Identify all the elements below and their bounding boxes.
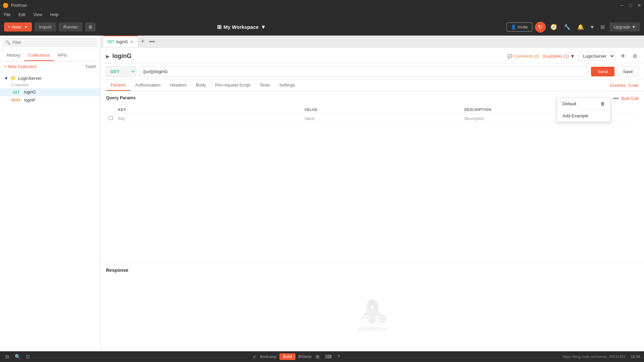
tab-authorization[interactable]: Authorization: [130, 80, 165, 91]
status-search-button[interactable]: 🔍: [13, 353, 22, 360]
url-display: https://blog.csdn.net/weixin_43532423: [562, 355, 625, 359]
layout-button[interactable]: ⊞: [85, 22, 96, 32]
status-grid-button[interactable]: ⊞: [314, 353, 321, 360]
request-header: ▶ loginG 💬 Comments (0) Examples (1) ▼: [101, 48, 644, 64]
layout-toggle-button[interactable]: ⊞: [598, 22, 607, 32]
tab-close-button[interactable]: ✕: [130, 39, 134, 45]
status-layout-button[interactable]: ⊟: [4, 353, 11, 360]
menu-edit[interactable]: Edit: [17, 12, 27, 18]
col-checkbox: [106, 106, 115, 114]
runner-button[interactable]: Runner: [59, 22, 83, 32]
rocket-svg: [345, 290, 399, 334]
code-button[interactable]: Code: [628, 83, 639, 88]
comments-label: Comments (0): [514, 54, 539, 59]
method-selector[interactable]: GET POST PUT DELETE: [106, 66, 136, 77]
upgrade-dropdown-icon: ▼: [632, 24, 636, 29]
active-tab[interactable]: GET loginG ✕: [103, 36, 138, 48]
sidebar-tab-apis[interactable]: APIs: [54, 50, 71, 61]
sidebar-tab-collections[interactable]: Collections: [24, 50, 54, 61]
examples-button[interactable]: Examples (1) ▼: [543, 54, 575, 59]
request-expand-arrow[interactable]: ▶: [106, 54, 110, 59]
examples-area: Examples (1) ▼: [543, 54, 575, 59]
url-bar: GET POST PUT DELETE Send Save: [101, 64, 644, 80]
tab-more-button[interactable]: •••: [147, 39, 157, 45]
status-help-button[interactable]: ?: [336, 353, 341, 360]
menu-help[interactable]: Help: [49, 12, 60, 18]
save-button[interactable]: Save: [617, 66, 639, 77]
dropdown-item-add-example[interactable]: Add Example: [557, 110, 610, 122]
examples-label: Examples (1): [543, 54, 569, 59]
invite-button[interactable]: 👤 Invite: [506, 22, 532, 32]
time-display: 19:34: [631, 355, 640, 359]
sidebar-tab-history[interactable]: History: [3, 50, 24, 61]
bootcamp-label: Bootcamp: [260, 355, 277, 359]
new-collection-button[interactable]: + New Collection: [4, 64, 37, 69]
sync-button[interactable]: ↻: [535, 22, 546, 33]
bulk-edit-button[interactable]: Bulk Edit: [622, 96, 639, 101]
workspace-icon: ⊞: [217, 24, 221, 30]
response-title: Response: [106, 267, 639, 273]
tab-add-button[interactable]: +: [138, 38, 147, 45]
dropdown-item-default[interactable]: Default 🗑: [557, 98, 610, 110]
minimize-button[interactable]: ─: [621, 3, 624, 8]
comments-button[interactable]: 💬 Comments (0): [507, 54, 539, 59]
request-name-loginG: loginG: [24, 90, 36, 95]
request-item-loginP[interactable]: POST loginP: [0, 96, 100, 104]
collection-header[interactable]: ▼ 📁 LoginServer: [0, 73, 100, 83]
environment-selector[interactable]: LoginServer: [579, 52, 615, 61]
row-checkbox[interactable]: [106, 114, 115, 123]
notification-button[interactable]: 🔔: [575, 22, 586, 32]
content-area: ▶ loginG 💬 Comments (0) Examples (1) ▼: [101, 48, 644, 351]
response-section: Response: [101, 263, 644, 351]
sidebar-search-area: 🔍: [0, 36, 100, 50]
compass-button[interactable]: 🧭: [548, 22, 559, 32]
row-description[interactable]: Description: [462, 114, 639, 123]
sidebar-search-input[interactable]: [3, 38, 98, 47]
trash-button[interactable]: Trash: [85, 64, 96, 69]
status-browser-button[interactable]: ⊡: [24, 353, 31, 360]
tab-tests[interactable]: Tests: [255, 80, 274, 91]
import-button[interactable]: Import: [35, 22, 56, 32]
tab-params[interactable]: Params: [106, 80, 130, 91]
url-input[interactable]: [139, 66, 588, 77]
rocket-illustration: [106, 277, 639, 347]
upgrade-button[interactable]: Upgrade ▼: [609, 22, 640, 32]
params-more-button[interactable]: •••: [613, 96, 619, 102]
build-button[interactable]: Build: [279, 353, 296, 360]
sidebar-actions: + New Collection Trash: [0, 61, 100, 72]
tab-settings[interactable]: Settings: [275, 80, 300, 91]
maximize-button[interactable]: □: [629, 3, 632, 8]
status-keyboard-button[interactable]: ⌨: [324, 353, 333, 360]
collection-meta: 2 requests: [7, 83, 100, 88]
menu-file[interactable]: File: [3, 12, 12, 18]
settings-toolbar-button[interactable]: 🔧: [562, 22, 573, 32]
tab-pre-request[interactable]: Pre-request Script: [210, 80, 255, 91]
workspace-selector[interactable]: ⊞ My Workspace ▼: [217, 24, 266, 30]
heart-button[interactable]: ♥: [589, 23, 596, 32]
svg-point-2: [370, 305, 374, 309]
row-key[interactable]: Key: [115, 114, 302, 123]
cookies-button[interactable]: Cookies: [610, 83, 626, 88]
menu-view[interactable]: View: [32, 12, 44, 18]
search-icon: 🔍: [5, 40, 10, 45]
col-key: KEY: [115, 106, 302, 114]
search-wrapper: 🔍: [3, 38, 98, 47]
app-title: Postman: [11, 3, 27, 8]
send-button[interactable]: Send: [591, 67, 614, 76]
request-item-loginG[interactable]: GET loginG: [0, 88, 100, 96]
tab-bar: GET loginG ✕ + •••: [101, 36, 644, 48]
new-button[interactable]: + New ▼: [4, 22, 32, 32]
eye-button[interactable]: 👁: [619, 52, 627, 61]
delete-icon[interactable]: 🗑: [600, 101, 605, 106]
new-dropdown-arrow[interactable]: ▼: [22, 25, 28, 29]
tab-headers[interactable]: Headers: [165, 80, 191, 91]
browse-button[interactable]: Browse: [298, 354, 312, 359]
close-button[interactable]: ✕: [637, 3, 641, 8]
status-bar: ⊟ 🔍 ⊡ 🎓 Bootcamp Build Browse ⊞ ⌨ ? http…: [0, 351, 644, 362]
comments-icon: 💬: [507, 54, 513, 59]
row-value[interactable]: Value: [302, 114, 462, 123]
request-name-loginP: loginP: [24, 98, 35, 103]
tab-body[interactable]: Body: [191, 80, 211, 91]
collection-name: LoginServer: [18, 76, 42, 81]
settings-request-button[interactable]: ⚙: [631, 52, 639, 61]
